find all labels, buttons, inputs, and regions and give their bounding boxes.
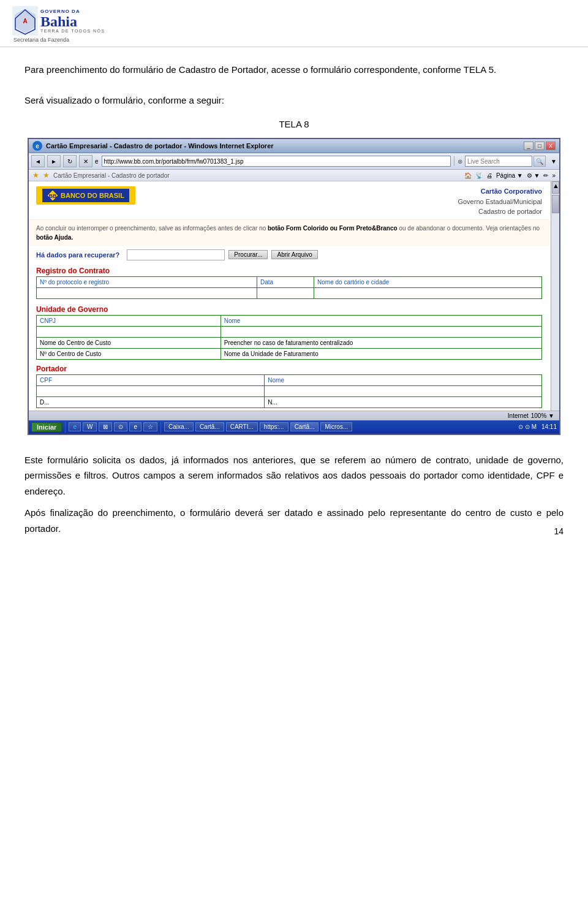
browser-window: e Cartão Empresarial - Cadastro de porta… (28, 138, 560, 435)
gov-faturamento: Preencher no caso de faturamento central… (221, 337, 541, 348)
contrato-val1 (37, 287, 257, 298)
recover-input[interactable] (127, 249, 225, 260)
governo-row2 (37, 326, 542, 337)
portador-val2 (265, 385, 542, 396)
bb-logo-box: BB BANCO DO BRASIL (36, 186, 135, 205)
contrato-col2: Data (257, 276, 314, 287)
gov-col-nome: Nome (221, 315, 541, 326)
browser-toolbar: ◄ ► ↻ ✕ e ⊗ 🔍 ▼ (29, 153, 559, 170)
bb-warning: Ao concluir ou interromper o preenchimen… (29, 220, 549, 246)
intro-paragraph-2: Será visualizado o formulário, conforme … (24, 93, 564, 108)
bottom-para1: Este formulário solicita os dados, já in… (24, 452, 564, 499)
window-controls[interactable]: _ □ X (524, 142, 556, 150)
minimize-button[interactable]: _ (524, 142, 533, 150)
taskbar-carti[interactable]: CARTI... (226, 422, 258, 431)
taskbar-icon-w[interactable]: W (83, 422, 97, 431)
refresh-button[interactable]: ↻ (63, 155, 77, 167)
warning-text1: Ao concluir ou interromper o preenchimen… (36, 225, 266, 232)
star-icon: ★ (32, 171, 39, 180)
search-input[interactable] (465, 156, 532, 167)
scrollbar[interactable]: ▲ (551, 181, 559, 411)
main-content: Para preenchimento do formulário de Cada… (0, 47, 588, 555)
gov-num-centro: Nº do Centro de Custo (37, 348, 221, 359)
close-button[interactable]: X (546, 142, 556, 150)
portador-row1: CPF Nome (37, 374, 542, 385)
search-go-button[interactable]: 🔍 (533, 156, 546, 167)
portador-data2: N... (265, 396, 542, 407)
gov-text-block: GOVERNO DA Bahia TERRA DE TODOS NÓS (40, 9, 105, 33)
governo-table: CNPJ Nome Nome do Centro de Custo Preenc… (36, 315, 542, 360)
taskbar-icon-star[interactable]: ☆ (143, 422, 157, 431)
stop-button[interactable]: ✕ (79, 155, 92, 167)
taskbar-micros[interactable]: Micros... (320, 422, 352, 431)
tela-label: TELA 8 (24, 119, 564, 129)
internet-zone: Internet (508, 412, 529, 419)
governo-row3: Nome do Centro de Custo Preencher no cas… (37, 337, 542, 348)
portador-cpf: CPF (37, 374, 265, 385)
bb-header: BB BANCO DO BRASIL Cartão Corporativo Go… (29, 181, 549, 220)
secretaria-label: Secretaria da Fazenda (12, 37, 105, 43)
taskbar-icons-right: ⊙ ⊙ M (518, 423, 537, 430)
taskbar-https[interactable]: https:... (260, 422, 288, 431)
forward-button[interactable]: ► (47, 155, 61, 167)
taskbar-right: ⊙ ⊙ M 14:11 (518, 423, 557, 430)
bottom-text: Este formulário solicita os dados, já in… (24, 452, 564, 537)
gov-nome-unidade: Nome da Unidade de Faturamento (221, 348, 541, 359)
taskbar-carta1[interactable]: Cartã... (195, 422, 224, 431)
warning-bold2: botão Ajuda. (36, 234, 73, 241)
contrato-val2 (257, 287, 314, 298)
logo-top: A GOVERNO DA Bahia TERRA DE TODOS NÓS (12, 6, 105, 36)
bb-recover-section: Há dados para recuperar? Procurar... Abr… (29, 246, 549, 264)
more-icon: » (552, 172, 556, 179)
bb-right-header: Cartão Corporativo Governo Estadual/Muni… (458, 186, 542, 217)
address-label: e (95, 158, 99, 165)
contrato-table: Nº do protocolo e registro Data Nome do … (36, 276, 542, 299)
taskbar-icon-e2[interactable]: e (129, 422, 141, 431)
gov-val1 (37, 326, 221, 337)
taskbar-clock: 14:11 (541, 423, 557, 430)
gov-val2 (221, 326, 541, 337)
procurar-button[interactable]: Procurar... (228, 250, 268, 259)
address-bar-wrap: e ⊗ (95, 156, 462, 167)
address-input[interactable] (102, 156, 451, 167)
logo-area: A GOVERNO DA Bahia TERRA DE TODOS NÓS Se… (12, 6, 105, 43)
home-icon: 🏠 (464, 172, 472, 179)
contrato-col1: Nº do protocolo e registro (37, 276, 257, 287)
search-box-wrap: 🔍 (465, 156, 546, 167)
bb-logo-text: BANCO DO BRASIL (61, 192, 124, 199)
page-header: A GOVERNO DA Bahia TERRA DE TODOS NÓS Se… (0, 0, 588, 47)
taskbar-carta2[interactable]: Cartã... (290, 422, 319, 431)
browser-title-area: e Cartão Empresarial - Cadastro de porta… (32, 141, 274, 151)
reload-icon: ⊗ (458, 158, 462, 165)
tools-icon: ▼ (551, 158, 557, 165)
start-button[interactable]: Iniciar (31, 422, 62, 432)
gov-col-cnpj: CNPJ (37, 315, 221, 326)
scrollbar-thumb[interactable] (552, 195, 559, 213)
taskbar-caixa[interactable]: Caixa... (164, 422, 194, 431)
governo-row1: CNPJ Nome (37, 315, 542, 326)
browser-titlebar: e Cartão Empresarial - Cadastro de porta… (29, 139, 559, 153)
bahia-label: Bahia (40, 14, 105, 29)
maximize-button[interactable]: □ (535, 142, 545, 150)
taskbar-sep1 (65, 422, 66, 433)
scrollbar-up[interactable]: ▲ (552, 181, 559, 194)
favorites-bar: ★ ★ Cartão Empresarial - Cadastro de por… (29, 170, 559, 181)
svg-text:BB: BB (49, 193, 57, 199)
browser-statusbar: Internet 100% ▼ (29, 411, 559, 420)
taskbar-sep2 (160, 422, 161, 433)
taskbar-icon-x[interactable]: ⊠ (99, 422, 112, 431)
page-menu: Página ▼ (496, 172, 523, 179)
taskbar-icon-ie[interactable]: e (69, 422, 81, 431)
back-button[interactable]: ◄ (31, 155, 45, 167)
taskbar-icon-o[interactable]: ⊙ (114, 422, 127, 431)
contrato-val3 (314, 287, 542, 298)
recover-label: Há dados para recuperar? (36, 251, 119, 259)
section-contrato-title: Registro do Contrato (29, 264, 549, 276)
bb-icon: BB (47, 190, 58, 201)
bottom-para2: Após finalização do preenchimento, o for… (24, 505, 564, 536)
svg-text:A: A (23, 18, 27, 25)
star2-icon: ★ (43, 171, 50, 180)
contrato-data-row (37, 287, 542, 298)
portador-val1 (37, 385, 265, 396)
abrir-arquivo-button[interactable]: Abrir Arquivo (271, 250, 317, 259)
